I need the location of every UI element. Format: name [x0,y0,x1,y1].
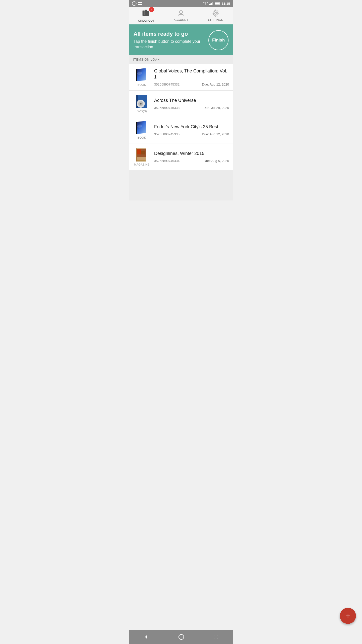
tab-checkout[interactable]: 4 CHECKOUT [129,7,164,25]
item-meta-2: 35265890745338 Due: Jul 29, 2020 [154,106,229,110]
dvd-thumbnail-2 [134,95,149,109]
item-meta-4: 35265890745334 Due: Aug 5, 2020 [154,159,229,163]
svg-point-29 [140,103,141,104]
item-type-4: MAGAZINE [134,163,149,166]
item-title-2: Across The Universe [154,98,229,103]
top-nav: 4 CHECKOUT ACCOUNT SETTINGS [129,7,233,25]
svg-rect-21 [136,68,146,81]
svg-rect-22 [136,69,137,81]
finish-button[interactable]: Finish [208,30,229,50]
item-thumbnail-3: BOOK [133,121,151,139]
items-list: BOOK Global Voices, The Compilation: Vol… [129,64,233,170]
svg-rect-7 [211,3,212,5]
item-title-4: Designlines, Winter 2015 [154,151,229,156]
item-barcode-1: 35265890745332 [154,83,179,86]
book-thumbnail-1 [135,68,149,82]
item-thumbnail-1: BOOK [133,68,151,86]
banner-title: All items ready to go [133,31,204,37]
account-icon [177,9,185,17]
status-bar: 11:15 [129,0,233,7]
time-display: 11:15 [222,2,230,6]
item-type-2: DVD(s) [137,110,147,113]
svg-rect-10 [219,3,220,4]
item-due-1: Due: Aug 12, 2020 [202,83,229,86]
svg-point-0 [132,2,136,6]
list-item: DVD(s) Across The Universe 3526589074533… [129,91,233,117]
item-barcode-2: 35265890745338 [154,106,179,110]
item-title-3: Fodor's New York City's 25 Best [154,124,229,130]
svg-rect-38 [136,148,137,162]
checkout-tab-label: CHECKOUT [138,19,155,22]
list-item: BOOK Fodor's New York City's 25 Best 352… [129,117,233,143]
item-type-1: BOOK [138,83,146,86]
svg-rect-5 [209,4,210,5]
item-details-3: Fodor's New York City's 25 Best 35265890… [154,124,229,136]
footer-area [129,170,233,200]
settings-tab-label: SETTINGS [208,18,223,21]
svg-rect-3 [138,4,140,5]
list-item: BOOK Global Voices, The Compilation: Vol… [129,64,233,91]
item-details-2: Across The Universe 35265890745338 Due: … [154,98,229,110]
svg-point-20 [215,12,217,14]
svg-rect-2 [140,2,142,3]
svg-rect-14 [147,11,149,16]
magazine-thumbnail-4 [135,147,148,162]
book-thumbnail-3 [135,121,149,135]
svg-rect-37 [141,151,145,154]
tab-settings[interactable]: SETTINGS [198,7,233,24]
wifi-icon [203,2,208,5]
status-bar-right: 11:15 [203,2,230,6]
item-details-1: Global Voices, The Compilation: Vol. 1 3… [154,68,229,86]
svg-rect-30 [136,121,146,134]
banner-subtitle: Tap the finish button to complete your t… [133,39,204,50]
status-bar-left [132,1,142,6]
svg-rect-6 [210,4,211,5]
item-meta-1: 35265890745332 Due: Aug 12, 2020 [154,83,229,86]
item-title-1: Global Voices, The Compilation: Vol. 1 [154,68,229,80]
tab-account[interactable]: ACCOUNT [164,7,198,24]
item-barcode-4: 35265890745334 [154,159,179,163]
svg-rect-1 [138,2,140,3]
svg-rect-11 [215,3,219,5]
svg-rect-4 [140,4,142,5]
sim-icon [132,1,137,6]
items-on-loan-header: ITEMS ON LOAN [129,55,233,64]
item-due-2: Due: Jul 29, 2020 [203,106,229,110]
item-due-3: Due: Aug 12, 2020 [202,132,229,136]
checkout-badge: 4 [149,7,154,12]
battery-icon [215,2,220,5]
item-thumbnail-4: MAGAZINE [133,147,151,166]
item-meta-3: 35265890745335 Due: Aug 12, 2020 [154,132,229,136]
account-tab-label: ACCOUNT [174,18,188,21]
list-item: MAGAZINE Designlines, Winter 2015 352658… [129,143,233,170]
item-type-3: BOOK [138,136,146,139]
settings-icon [212,9,220,17]
svg-rect-8 [212,2,213,5]
item-thumbnail-2: DVD(s) [133,95,151,113]
svg-rect-13 [145,10,147,16]
svg-rect-31 [136,122,137,134]
ready-banner: All items ready to go Tap the finish but… [129,25,233,55]
svg-rect-12 [143,11,145,16]
grid-icon [138,2,142,6]
signal-icon [209,2,213,5]
item-details-4: Designlines, Winter 2015 35265890745334 … [154,151,229,163]
item-due-4: Due: Aug 5, 2020 [204,159,229,163]
banner-text-block: All items ready to go Tap the finish but… [133,31,204,50]
svg-rect-36 [137,149,141,154]
item-barcode-3: 35265890745335 [154,132,179,136]
